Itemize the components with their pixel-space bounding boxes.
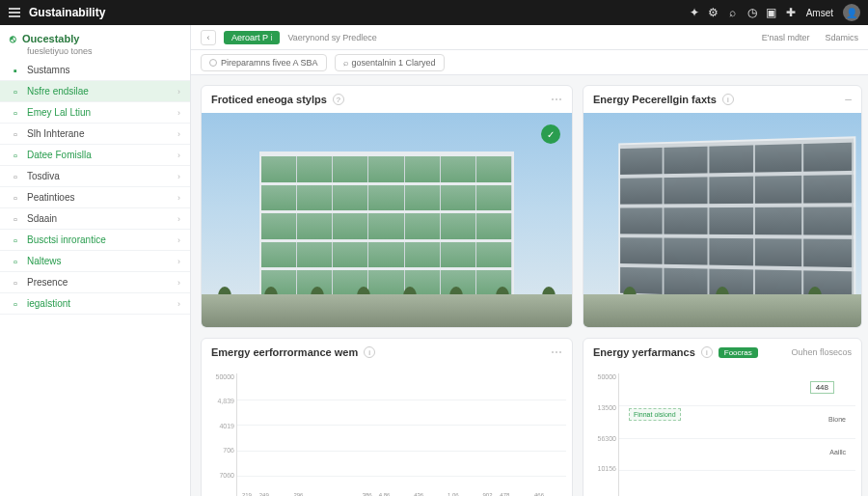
- pin-icon[interactable]: ✦: [685, 3, 704, 22]
- info-icon[interactable]: i: [722, 94, 734, 105]
- section-icon: ▪: [10, 65, 21, 76]
- card-title: Emergy eerforrormance wem: [211, 346, 358, 358]
- card-title: Energy Pecerellgin faxts: [593, 94, 717, 105]
- sidebar-item-label: Presence: [27, 277, 172, 288]
- item-icon: ▫: [10, 256, 21, 267]
- card-chart-1: Emergy eerforrormance wem i ⋯ 500004,839…: [201, 338, 573, 496]
- sidebar-item[interactable]: ▫Sdaain›: [0, 208, 190, 230]
- chevron-right-icon: ›: [177, 151, 180, 160]
- chevron-right-icon: ›: [177, 87, 180, 96]
- sidebar-item-label: Tosdiva: [27, 171, 172, 181]
- more-icon[interactable]: ⋯: [551, 345, 562, 359]
- brand: Gustainability: [29, 6, 105, 19]
- sidebar-item[interactable]: ▫Presence›: [0, 272, 190, 293]
- search-icon: ⌕: [343, 58, 348, 68]
- chevron-right-icon: ›: [177, 193, 180, 203]
- item-icon: ▫: [10, 234, 21, 246]
- chart-energy-performance: 500004,839401970670601958 2192492963864.…: [202, 366, 572, 496]
- main: ‹ Aeroart P i Vaerynond sy Predlece E'na…: [191, 25, 868, 496]
- sidebar-item-label: Slh Inhterane: [27, 128, 172, 139]
- chevron-right-icon: ›: [177, 172, 180, 181]
- card-subtitle: Ouhen flosecos: [791, 347, 852, 357]
- info-icon[interactable]: ?: [333, 94, 344, 105]
- sidebar-item[interactable]: ▫Peatintioes›: [0, 187, 190, 208]
- toolbar-link-1[interactable]: E'nasl mdter: [762, 33, 810, 42]
- sidebar-header: ⎋Oucestably fuesletiyuo tones: [0, 25, 190, 60]
- building-image-1: ✓: [202, 113, 572, 327]
- sidebar-item[interactable]: ▫iegalstiont›: [0, 293, 190, 315]
- info-icon[interactable]: i: [364, 346, 375, 358]
- video-icon[interactable]: ▣: [762, 3, 781, 22]
- sidebar-section[interactable]: ▪ Sustamns: [0, 60, 190, 81]
- chevron-right-icon: ›: [177, 257, 180, 266]
- filter-pill-search[interactable]: ⌕gosentalnin 1 Claryed: [335, 54, 445, 71]
- leaf-icon: ⎋: [10, 33, 16, 44]
- minimize-icon[interactable]: –: [845, 93, 852, 106]
- item-icon: ▫: [10, 150, 21, 161]
- card-title: Energy yerfarmancs: [593, 346, 695, 358]
- sidebar-item-label: Busctsi inrorantice: [27, 234, 172, 245]
- sidebar-item[interactable]: ▫Nsfre endsilae›: [0, 81, 190, 102]
- sidebar-item-label: Peatintioes: [27, 192, 172, 203]
- menu-icon[interactable]: [8, 6, 21, 19]
- radio-icon: [209, 59, 217, 67]
- card-building-1: Froticed eneoga stylps ? ⋯ ✓: [201, 85, 573, 328]
- clock-icon[interactable]: ◷: [743, 3, 762, 22]
- item-icon: ▫: [10, 107, 21, 119]
- sidebar-item-label: Sdaain: [27, 213, 172, 224]
- sidebar-title: Oucestably: [22, 33, 79, 44]
- card-chart-2: Energy yerfarmancs i Foocras Ouhen flose…: [583, 338, 862, 496]
- chevron-right-icon: ›: [177, 129, 180, 139]
- sidebar: ⎋Oucestably fuesletiyuo tones ▪ Sustamns…: [0, 25, 191, 496]
- filter-pill-1[interactable]: Pireparamns fivee A SBA: [201, 54, 327, 71]
- gear-icon[interactable]: ⚙: [704, 3, 723, 22]
- sidebar-subtitle: fuesletiyuo tones: [27, 46, 180, 56]
- item-icon: ▫: [10, 192, 21, 204]
- breadcrumb-text: Vaerynond sy Predlece: [287, 33, 376, 42]
- back-button[interactable]: ‹: [201, 30, 216, 45]
- toolbar-link-2[interactable]: Sdamics: [825, 33, 858, 42]
- filter-bar: Pireparamns fivee A SBA ⌕gosentalnin 1 C…: [191, 50, 868, 75]
- chart-right-text: Bione: [828, 416, 846, 423]
- card-title: Froticed eneoga stylps: [211, 94, 327, 105]
- chevron-right-icon: ›: [177, 235, 180, 245]
- item-icon: ▫: [10, 128, 21, 140]
- sidebar-item[interactable]: ▫Emey Lal Ltiun›: [0, 102, 190, 124]
- item-icon: ▫: [10, 213, 21, 225]
- breadcrumb-chip[interactable]: Aeroart P i: [224, 31, 280, 44]
- item-icon: ▫: [10, 171, 21, 182]
- sidebar-item[interactable]: ▫Datee Fomislla›: [0, 145, 190, 166]
- more-icon[interactable]: ⋯: [551, 93, 562, 106]
- breadcrumb-bar: ‹ Aeroart P i Vaerynond sy Predlece E'na…: [191, 25, 868, 50]
- sidebar-item-label: iegalstiont: [27, 298, 172, 309]
- sidebar-item-label: Emey Lal Ltiun: [27, 107, 172, 118]
- chevron-right-icon: ›: [177, 108, 180, 118]
- card-building-2: Energy Pecerellgin faxts i –: [583, 85, 862, 328]
- sidebar-item[interactable]: ▫Slh Inhterane›: [0, 124, 190, 145]
- account-label[interactable]: Amset: [806, 8, 833, 18]
- sidebar-item[interactable]: ▫Tosdiva›: [0, 166, 190, 187]
- building-image-2: [583, 113, 861, 327]
- sidebar-section-label: Sustamns: [27, 65, 180, 75]
- sidebar-item-label: Datee Fomislla: [27, 150, 172, 160]
- avatar[interactable]: 👤: [843, 4, 860, 21]
- sidebar-item-label: Nsfre endsilae: [27, 86, 172, 96]
- briefcase-icon[interactable]: ✚: [781, 3, 800, 22]
- item-icon: ▫: [10, 277, 21, 289]
- sidebar-item[interactable]: ▫Busctsi inrorantice›: [0, 230, 190, 251]
- sidebar-item[interactable]: ▫Naltews›: [0, 251, 190, 272]
- item-icon: ▫: [10, 298, 21, 310]
- topbar: Gustainability ✦ ⚙ ⌕ ◷ ▣ ✚ Amset 👤: [0, 0, 868, 25]
- chevron-right-icon: ›: [177, 278, 180, 288]
- badge: Foocras: [719, 347, 758, 358]
- sidebar-item-label: Naltews: [27, 256, 172, 266]
- chart-annotation: Finnat oisiond: [629, 408, 681, 421]
- chevron-right-icon: ›: [177, 299, 180, 309]
- search-icon[interactable]: ⌕: [723, 3, 743, 22]
- chart-mid-text: Aaillc: [829, 449, 846, 455]
- item-icon: ▫: [10, 86, 21, 97]
- chart-callout: 448: [810, 381, 834, 394]
- chevron-right-icon: ›: [177, 214, 180, 224]
- fab-check-icon[interactable]: ✓: [541, 124, 560, 144]
- info-icon[interactable]: i: [701, 346, 713, 358]
